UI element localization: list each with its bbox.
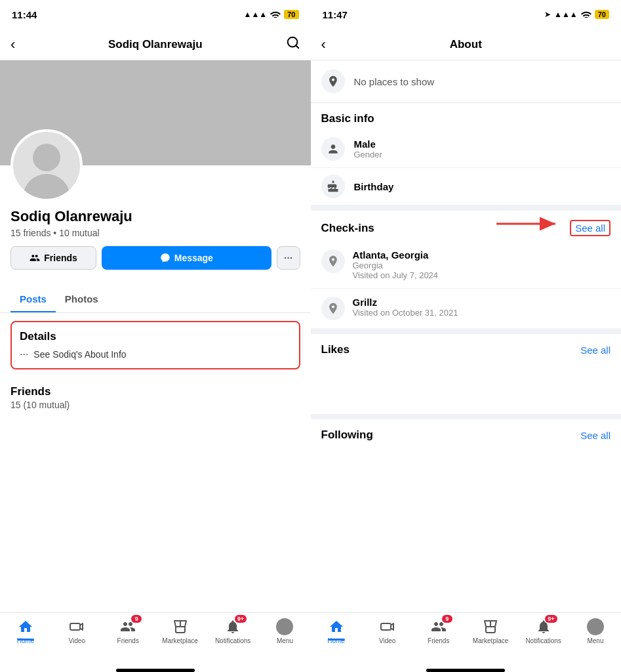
gender-item: Male Gender — [311, 131, 622, 168]
about-scroll: No places to show Basic info Male Gender… — [311, 60, 622, 612]
friends-icon-left: 9 — [119, 618, 136, 635]
see-all-following[interactable]: See all — [580, 430, 611, 441]
tab-video-label-right: Video — [379, 637, 395, 644]
tab-marketplace-label-left: Marketplace — [162, 637, 197, 644]
likes-title: Likes — [321, 343, 350, 356]
home-indicator-right — [426, 669, 505, 672]
tab-friends-left[interactable]: 9 Friends — [111, 618, 145, 644]
status-icons-right: ➤ ▲▲▲ 70 — [544, 10, 609, 20]
back-button-right[interactable]: ‹ — [321, 36, 342, 53]
signal-icon-left: ▲▲▲ — [244, 10, 268, 19]
details-dots-icon: ··· — [20, 348, 28, 360]
tab-bar-right: Home Video 9 Friends Marketplace — [311, 612, 622, 666]
signal-icon-right: ▲▲▲ — [554, 10, 578, 19]
wifi-icon-right — [581, 10, 591, 20]
time-right: 11:47 — [323, 9, 348, 20]
avatar-wrap — [10, 129, 83, 201]
friends-count: 15 (10 mutual) — [10, 400, 300, 410]
birthday-item: Birthday — [311, 168, 622, 205]
svg-marker-7 — [391, 623, 393, 630]
tab-marketplace-label-right: Marketplace — [473, 637, 508, 644]
wifi-icon-left — [270, 10, 281, 20]
tab-marketplace-left[interactable]: Marketplace — [162, 618, 197, 644]
profile-name: Sodiq Olanrewaju — [10, 208, 300, 225]
details-about-link[interactable]: See Sodiq's About Info — [33, 349, 126, 360]
time-left: 11:44 — [12, 9, 37, 20]
details-row[interactable]: ··· See Sodiq's About Info — [20, 348, 291, 360]
tab-menu-right[interactable]: Menu — [578, 618, 612, 644]
avatar-body — [23, 174, 70, 199]
bottom-spacer-right — [311, 442, 622, 455]
friends-title: Friends — [10, 385, 300, 398]
tab-home-left[interactable]: Home — [9, 618, 43, 644]
svg-line-1 — [296, 45, 298, 48]
tab-menu-left[interactable]: Menu — [268, 618, 302, 644]
tab-active-line — [17, 639, 34, 640]
checkin-grillz-text: Grillz Visited on October 31, 2021 — [353, 297, 458, 318]
location-arrow-icon: ➤ — [544, 10, 551, 19]
home-icon-right — [328, 618, 345, 635]
nav-bar-left: ‹ Sodiq Olanrewaju — [0, 29, 311, 60]
tab-notifications-right[interactable]: 9+ Notifications — [525, 618, 561, 644]
friends-button[interactable]: Friends — [10, 246, 96, 270]
details-box: Details ··· See Sodiq's About Info — [10, 321, 300, 369]
right-screen: 11:47 ➤ ▲▲▲ 70 ‹ About No places to show… — [311, 0, 622, 672]
tab-friends-label-right: Friends — [428, 637, 449, 644]
friends-icon-right: 9 — [430, 618, 447, 635]
friends-badge-right: 9 — [442, 615, 452, 623]
tab-friends-right[interactable]: 9 Friends — [422, 618, 456, 644]
nav-title-left: Sodiq Olanrewaju — [108, 38, 203, 51]
profile-tabs: Posts Photos — [0, 287, 311, 313]
profile-scroll: Sodiq Olanrewaju 15 friends • 10 mutual … — [0, 60, 311, 612]
marketplace-icon-right — [482, 618, 499, 635]
basic-info-header: Basic info — [311, 103, 622, 131]
notifications-icon-right: 9+ — [535, 618, 552, 635]
following-title: Following — [321, 429, 373, 442]
tab-friends-label-left: Friends — [117, 637, 139, 644]
battery-left: 70 — [284, 10, 298, 19]
back-button-left[interactable]: ‹ — [10, 36, 31, 53]
gender-icon — [321, 137, 345, 161]
svg-rect-6 — [381, 623, 391, 630]
video-icon-left — [68, 618, 85, 635]
tab-posts[interactable]: Posts — [10, 287, 56, 312]
svg-marker-3 — [80, 623, 83, 630]
tab-photos[interactable]: Photos — [56, 287, 108, 312]
checkin-grillz: Grillz Visited on October 31, 2021 — [311, 289, 622, 329]
message-button[interactable]: Message — [102, 246, 271, 270]
video-icon-right — [379, 618, 396, 635]
tab-bar-left: Home Video 9 Friends Marketplace — [0, 612, 311, 666]
nav-bar-right: ‹ About — [311, 29, 622, 60]
avatar — [10, 129, 83, 201]
tab-video-label-left: Video — [68, 637, 85, 644]
action-buttons: Friends Message ··· — [10, 246, 300, 270]
likes-content-area — [311, 362, 622, 414]
details-title: Details — [20, 330, 291, 343]
spacer-left — [0, 415, 311, 455]
likes-section: Likes See all — [311, 329, 622, 362]
tab-active-line-right — [328, 639, 345, 640]
tab-notifications-left[interactable]: 9+ Notifications — [215, 618, 250, 644]
nav-title-right: About — [450, 38, 482, 51]
tab-video-right[interactable]: Video — [371, 618, 405, 644]
checkin-atlanta-text: Atlanta, Georgia Georgia Visited on July… — [353, 249, 439, 280]
birthday-icon — [321, 175, 345, 198]
more-button[interactable]: ··· — [277, 246, 300, 270]
tab-video-left[interactable]: Video — [60, 618, 94, 644]
tab-menu-label-right: Menu — [587, 637, 603, 644]
see-all-checkins[interactable]: See all — [570, 220, 611, 236]
tab-home-right[interactable]: Home — [319, 618, 353, 644]
checkins-section: Check-ins See all — [311, 205, 622, 329]
checkin-pin-1 — [321, 249, 345, 273]
search-button-left[interactable] — [279, 35, 300, 53]
notifications-icon-left: 9+ — [224, 618, 241, 635]
home-icon-left — [17, 618, 34, 635]
status-icons-left: ▲▲▲ 70 — [244, 10, 299, 20]
tab-marketplace-right[interactable]: Marketplace — [473, 618, 508, 644]
no-places-item: No places to show — [311, 60, 622, 103]
cover-area — [0, 60, 311, 165]
location-icon-top — [321, 70, 345, 93]
status-bar-left: 11:44 ▲▲▲ 70 — [0, 0, 311, 29]
gender-text: Male Gender — [354, 138, 382, 159]
see-all-likes[interactable]: See all — [580, 345, 611, 356]
